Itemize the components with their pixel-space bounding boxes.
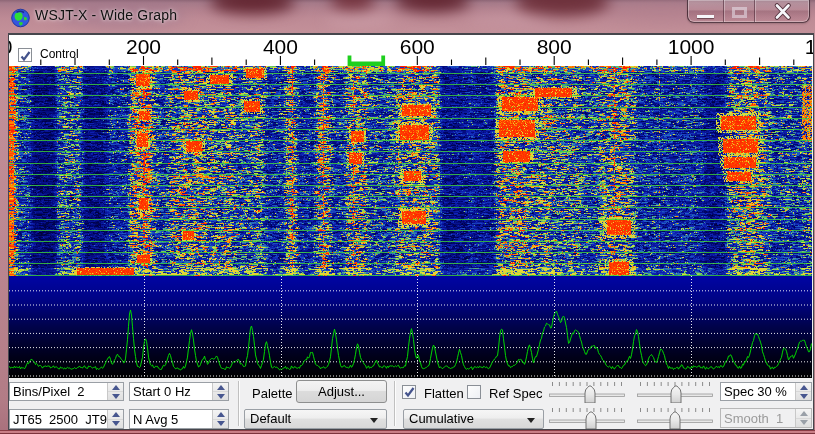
svg-text:0: 0	[9, 35, 12, 58]
svg-text:400: 400	[263, 35, 298, 58]
svg-text:200: 200	[126, 35, 161, 58]
svg-text:600: 600	[400, 35, 435, 58]
svg-text:1200: 1200	[805, 35, 813, 58]
svg-text:1000: 1000	[668, 35, 715, 58]
svg-text:800: 800	[537, 35, 572, 58]
